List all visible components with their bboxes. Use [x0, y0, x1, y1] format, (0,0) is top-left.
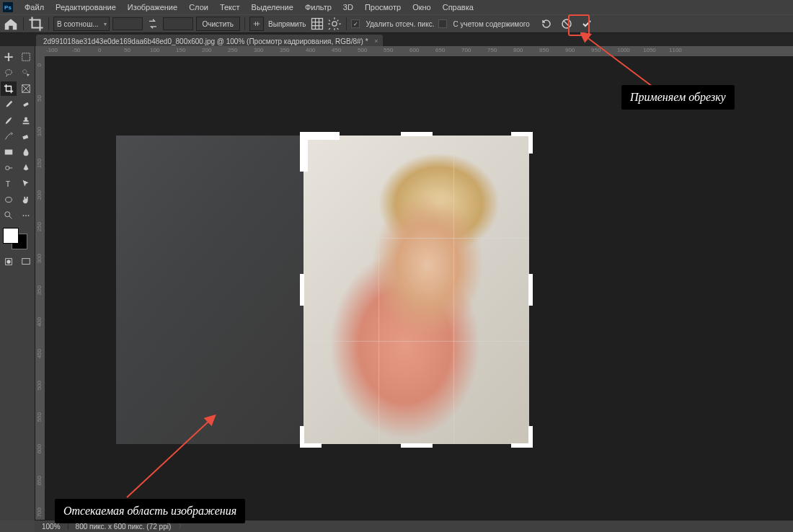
crop-handle-left[interactable]	[300, 274, 304, 306]
crop-handle-right[interactable]	[528, 274, 533, 306]
svg-point-16	[25, 215, 27, 216]
document-info[interactable]: 800 пикс. x 600 пикс. (72 ppi)	[76, 523, 172, 531]
svg-point-4	[6, 70, 12, 75]
toolbox: T	[0, 46, 35, 520]
svg-rect-0	[312, 19, 323, 30]
separator	[48, 17, 49, 30]
eraser-tool[interactable]	[18, 129, 34, 143]
svg-rect-20	[22, 259, 30, 265]
annotation-cropped-tip: Отсекаемая область изображения	[55, 499, 245, 523]
hand-tool[interactable]	[18, 192, 34, 207]
zoom-level[interactable]: 100%	[42, 523, 61, 531]
close-tab-icon[interactable]: ×	[374, 37, 378, 45]
svg-rect-8	[22, 135, 28, 140]
lasso-tool[interactable]	[1, 66, 17, 80]
content-aware-label: С учетом содержимого	[451, 17, 531, 30]
crop-tool[interactable]	[1, 81, 17, 96]
menu-image[interactable]: Изображение	[122, 1, 183, 14]
menu-file[interactable]: Файл	[19, 1, 50, 14]
ratio-select[interactable]: В соотнош...	[53, 17, 110, 31]
crop-handle-top[interactable]	[401, 132, 433, 136]
gear-icon[interactable]	[327, 17, 342, 31]
height-input[interactable]	[163, 17, 193, 30]
svg-point-11	[6, 166, 9, 169]
clear-button[interactable]: Очистить	[196, 17, 241, 31]
history-brush-tool[interactable]	[1, 129, 17, 143]
menu-select[interactable]: Выделение	[246, 1, 299, 14]
svg-point-17	[28, 215, 30, 216]
eyedropper-tool[interactable]	[1, 97, 17, 112]
annotation-apply-tip: Применяем обрезку	[621, 85, 735, 110]
crop-region[interactable]	[304, 136, 529, 444]
svg-text:T: T	[6, 179, 11, 188]
swap-icon[interactable]	[146, 17, 160, 31]
move-tool[interactable]	[1, 50, 17, 64]
menu-help[interactable]: Справка	[437, 1, 479, 14]
straighten-label: Выпрямить	[267, 17, 307, 30]
app-logo: Ps	[3, 2, 13, 12]
crop-handle-bottom[interactable]	[401, 443, 433, 448]
svg-point-15	[23, 215, 25, 216]
separator	[23, 17, 24, 30]
svg-point-14	[5, 212, 10, 217]
menu-window[interactable]: Окно	[407, 1, 437, 14]
menu-edit[interactable]: Редактирование	[50, 1, 122, 14]
path-select-tool[interactable]	[18, 177, 34, 191]
svg-rect-7	[23, 102, 29, 107]
menu-layers[interactable]: Слои	[183, 1, 214, 14]
marquee-tool[interactable]	[18, 50, 34, 64]
document-tab-title: 2d991018ae31d43e0de169daa6b48ed0_800x600…	[43, 37, 368, 45]
svg-point-13	[6, 198, 12, 203]
separator	[244, 17, 245, 30]
horizontal-ruler[interactable]: -100-50050100150200250300350400450500550…	[35, 46, 793, 57]
menu-text[interactable]: Текст	[214, 1, 246, 14]
type-tool[interactable]: T	[1, 177, 17, 191]
stamp-tool[interactable]	[18, 113, 34, 128]
crop-tool-icon[interactable]	[28, 17, 44, 30]
straighten-icon[interactable]	[249, 17, 264, 31]
healing-tool[interactable]	[18, 97, 34, 112]
crop-grid-overlay	[304, 136, 529, 444]
vertical-ruler[interactable]: 0501001502002503003504004505005506006507…	[35, 56, 45, 520]
frame-tool[interactable]	[18, 81, 34, 96]
image	[116, 136, 529, 444]
separator	[346, 17, 347, 30]
gradient-tool[interactable]	[1, 145, 17, 159]
cropped-out-area	[116, 136, 304, 444]
menu-3d[interactable]: 3D	[337, 1, 359, 14]
home-button[interactable]	[3, 17, 19, 30]
svg-rect-9	[5, 150, 13, 155]
canvas[interactable]	[45, 56, 793, 520]
svg-point-5	[23, 70, 27, 74]
blur-tool[interactable]	[18, 145, 34, 159]
shape-tool[interactable]	[1, 192, 17, 207]
zoom-tool[interactable]	[1, 208, 17, 223]
cancel-crop-button[interactable]	[559, 16, 575, 32]
apply-crop-button[interactable]	[579, 16, 595, 32]
pen-tool[interactable]	[18, 161, 34, 175]
content-aware-checkbox[interactable]	[438, 19, 447, 28]
menu-bar: Ps Файл Редактирование Изображение Слои …	[0, 0, 793, 14]
svg-rect-3	[22, 53, 30, 61]
screen-mode-toggle[interactable]	[18, 254, 34, 269]
menu-filter[interactable]: Фильтр	[299, 1, 337, 14]
quick-select-tool[interactable]	[18, 66, 34, 80]
reset-crop-button[interactable]	[539, 16, 554, 32]
delete-pixels-checkbox[interactable]	[351, 19, 360, 28]
quick-mask-toggle[interactable]	[1, 254, 17, 269]
svg-point-19	[6, 260, 10, 263]
width-input[interactable]	[112, 17, 143, 30]
overlay-grid-icon[interactable]	[310, 17, 324, 31]
dodge-tool[interactable]	[1, 161, 17, 175]
foreground-color[interactable]	[3, 228, 19, 244]
delete-pixels-label: Удалить отсеч. пикс.	[364, 17, 435, 30]
edit-toolbar[interactable]	[18, 208, 34, 223]
menu-view[interactable]: Просмотр	[359, 1, 407, 14]
options-bar: В соотнош... Очистить Выпрямить Удалить …	[0, 14, 793, 33]
brush-tool[interactable]	[1, 113, 17, 128]
svg-point-1	[332, 22, 337, 26]
color-swatches[interactable]	[3, 228, 27, 249]
